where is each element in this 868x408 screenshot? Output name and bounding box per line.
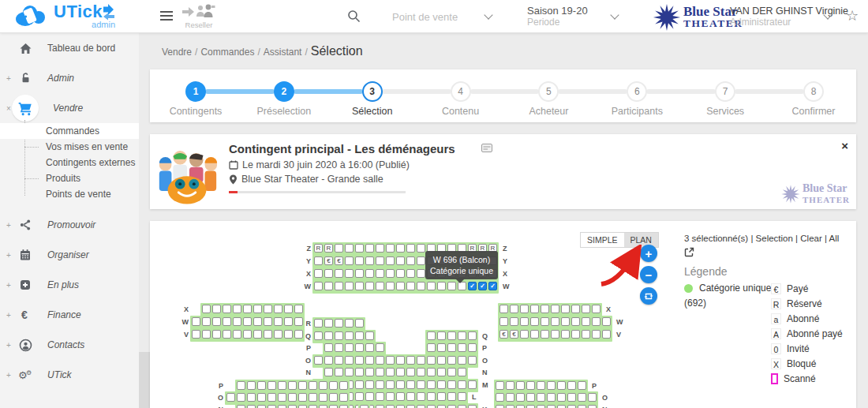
seat[interactable] [253, 317, 262, 326]
seat[interactable] [571, 317, 580, 326]
seat[interactable] [602, 317, 611, 326]
seat[interactable] [458, 392, 466, 401]
seat[interactable] [386, 256, 395, 265]
season-select[interactable]: Saison 19-20 Periode [527, 6, 588, 28]
seat[interactable] [520, 305, 529, 313]
seat[interactable] [365, 282, 374, 290]
seat[interactable] [298, 381, 307, 390]
seat[interactable] [376, 282, 384, 290]
seat[interactable] [506, 405, 514, 408]
seat[interactable] [243, 317, 252, 326]
seat[interactable] [551, 330, 559, 339]
seat[interactable] [541, 305, 549, 313]
seat[interactable] [237, 393, 245, 402]
seat[interactable] [578, 405, 586, 408]
seat[interactable] [345, 343, 354, 352]
seat[interactable] [592, 330, 600, 339]
chevron-down-icon[interactable] [484, 10, 492, 19]
breadcrumb-link-commandes[interactable]: Commandes [200, 47, 254, 58]
seat[interactable] [355, 319, 364, 328]
view-toggle-plan[interactable]: PLAN [624, 233, 658, 247]
event-card-icon[interactable] [481, 144, 492, 152]
seat[interactable] [582, 317, 590, 326]
seat[interactable] [582, 330, 590, 339]
sidebar-item-produits[interactable]: Produits [0, 170, 139, 186]
seat[interactable] [526, 393, 535, 402]
sidebar-item-promouvoir[interactable]: +Promouvoir [0, 210, 139, 240]
seat[interactable] [468, 356, 477, 365]
seat[interactable] [567, 381, 576, 390]
seat[interactable] [355, 368, 364, 376]
seat[interactable] [417, 244, 425, 253]
seat[interactable] [345, 331, 354, 340]
expand-indicator[interactable]: × [6, 104, 12, 113]
sidebar-item-utick[interactable]: +⚙⚙UTick [0, 360, 139, 390]
seat[interactable] [355, 269, 364, 278]
seat[interactable] [355, 282, 364, 290]
seat[interactable] [294, 305, 303, 313]
open-external-icon[interactable] [684, 247, 694, 257]
seat[interactable] [324, 269, 333, 278]
seat[interactable] [324, 368, 333, 376]
seat[interactable] [202, 330, 211, 339]
seat[interactable] [345, 256, 354, 265]
seat[interactable] [355, 256, 364, 265]
seat[interactable] [530, 317, 539, 326]
seat[interactable] [406, 368, 415, 376]
seat[interactable] [547, 393, 556, 402]
seat[interactable] [396, 380, 405, 389]
seat[interactable] [278, 381, 286, 390]
seat[interactable] [510, 305, 518, 313]
seat[interactable] [386, 368, 395, 376]
selection-link-all[interactable]: All [829, 234, 840, 243]
seat[interactable] [427, 392, 436, 401]
seat[interactable] [298, 393, 307, 402]
seat[interactable] [561, 317, 570, 326]
seat[interactable] [530, 305, 539, 313]
seat[interactable] [567, 405, 576, 408]
seat[interactable] [355, 331, 364, 340]
seat[interactable] [427, 282, 436, 290]
seat[interactable] [386, 282, 395, 290]
seat[interactable] [547, 405, 556, 408]
seat[interactable] [345, 282, 354, 290]
search-icon[interactable] [347, 9, 361, 26]
seat[interactable] [447, 392, 456, 401]
seat[interactable] [458, 368, 466, 376]
seat[interactable] [537, 381, 545, 390]
seat[interactable]: € [499, 330, 508, 339]
seat[interactable] [376, 356, 384, 365]
seat[interactable] [571, 305, 580, 313]
hamburger-menu-icon[interactable] [160, 11, 173, 21]
seat[interactable] [253, 330, 262, 339]
seat[interactable] [223, 305, 231, 313]
zoom-in-button[interactable]: + [640, 245, 657, 262]
seat[interactable] [447, 356, 456, 365]
step-2-circle[interactable]: 2 [274, 81, 294, 102]
seat[interactable] [257, 405, 266, 408]
seat[interactable] [309, 393, 317, 402]
seat[interactable] [226, 393, 235, 402]
seat[interactable] [243, 305, 252, 313]
seat[interactable] [376, 269, 384, 278]
seat[interactable] [355, 380, 364, 389]
seat[interactable] [437, 368, 446, 376]
seat[interactable] [520, 330, 529, 339]
seat[interactable] [253, 305, 262, 313]
seat[interactable] [588, 393, 597, 402]
seat[interactable] [557, 393, 566, 402]
seat[interactable] [274, 330, 282, 339]
seat[interactable] [288, 405, 297, 408]
seat[interactable] [345, 319, 354, 328]
seat[interactable] [417, 356, 425, 365]
seat[interactable] [567, 393, 576, 402]
seat[interactable] [329, 393, 338, 402]
seat[interactable] [537, 393, 545, 402]
seat[interactable] [417, 269, 425, 278]
view-toggle-simple[interactable]: SIMPLE [581, 233, 624, 247]
seat[interactable] [406, 392, 415, 401]
seat[interactable] [447, 368, 456, 376]
seat[interactable] [247, 393, 256, 402]
expand-indicator[interactable]: + [6, 341, 12, 350]
seat[interactable] [526, 381, 535, 390]
